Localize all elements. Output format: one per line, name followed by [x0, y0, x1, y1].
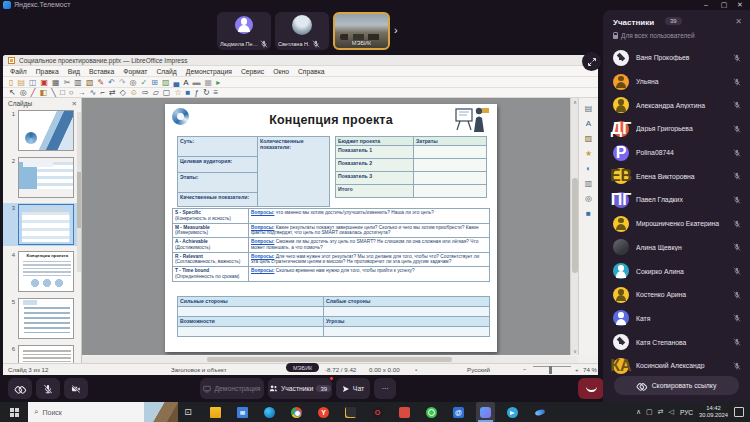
toolbar-icon[interactable]: ⌐ — [100, 88, 105, 97]
slides-panel-close-icon[interactable]: ✕ — [72, 100, 77, 108]
taskbar-app-icon[interactable]: @ — [449, 402, 468, 422]
zoom-in-button[interactable]: + — [575, 366, 579, 373]
vertical-scrollbar[interactable]: ∧∨ — [570, 98, 578, 355]
taskbar-app-icon[interactable] — [287, 402, 306, 422]
toolbar-icon[interactable]: ▱ — [153, 88, 159, 97]
toolbar-icon[interactable]: ƒ — [194, 88, 198, 97]
toolbar-icon[interactable]: ◎ — [20, 88, 27, 97]
menu-item[interactable]: Вставка — [89, 68, 114, 75]
toolbar-icon[interactable]: ▨ — [162, 78, 170, 87]
swot-table[interactable]: Сильные стороныСлабые стороны Возможност… — [177, 296, 490, 337]
impress-titlebar[interactable]: Социальное проектирование.pptx — LibreOf… — [3, 55, 598, 66]
slide-thumbnail[interactable]: 5 — [3, 297, 81, 340]
menu-item[interactable]: Слайд — [156, 68, 176, 75]
sidebar-icon[interactable]: ★ — [585, 149, 592, 158]
taskbar-app-icon[interactable] — [341, 402, 360, 422]
start-button[interactable] — [0, 402, 28, 422]
chat-button[interactable]: Чат — [336, 378, 370, 399]
toolbar-icon[interactable]: ⇨ — [142, 88, 149, 97]
taskbar-app-icon[interactable] — [476, 402, 495, 422]
toolbar-icon[interactable]: ☺ — [130, 88, 138, 97]
toolbar-icon[interactable]: ◧ — [40, 88, 48, 97]
toolbar-icon[interactable]: ▧ — [86, 78, 94, 87]
participant-row[interactable]: Ваня Прокофьев — [603, 46, 750, 70]
copy-link-button[interactable]: Скопировать ссылку — [614, 376, 739, 395]
menu-item[interactable]: Сервис — [241, 68, 264, 75]
mic-muted-icon[interactable] — [733, 78, 741, 86]
participant-row[interactable]: Сокирко Алина — [603, 259, 750, 283]
participant-row[interactable]: Костенко Арина — [603, 283, 750, 307]
toolbar-icon[interactable]: ◇ — [120, 88, 126, 97]
camera-button[interactable] — [64, 378, 88, 399]
more-button[interactable]: ⋯ — [374, 378, 396, 399]
taskbar-app-icon[interactable]: ✉ — [233, 402, 252, 422]
maximize-button[interactable]: ▢ — [716, 0, 732, 10]
close-button[interactable]: ✕ — [732, 0, 748, 10]
hangup-button[interactable] — [578, 378, 604, 399]
language-selector[interactable]: Русский — [467, 366, 490, 373]
toolbar-icon[interactable]: ▦ — [205, 78, 213, 87]
menu-item[interactable]: Справка — [298, 68, 325, 75]
participant-row[interactable]: Катя — [603, 307, 750, 331]
mic-muted-icon[interactable] — [733, 267, 741, 275]
mic-muted-icon[interactable] — [733, 338, 741, 346]
slide-thumbnail[interactable]: 3 — [3, 203, 81, 246]
toolbar-icon[interactable]: ○ — [69, 88, 74, 97]
toolbar-icon[interactable]: ↷ — [119, 78, 126, 87]
zoom-slider-thumb[interactable] — [549, 366, 552, 374]
mic-muted-icon[interactable] — [733, 243, 741, 251]
toolbar-icon[interactable]: ✓ — [141, 78, 148, 87]
toolbar-icon[interactable]: ∿ — [90, 88, 97, 97]
mic-muted-icon[interactable] — [733, 149, 741, 157]
tray-icon[interactable]: ▢ — [646, 408, 653, 416]
participant-row[interactable]: Александра Апухтина — [603, 93, 750, 117]
notification-center-icon[interactable] — [734, 407, 744, 417]
menu-item[interactable]: Вид — [68, 68, 80, 75]
toolbar-icon[interactable]: ↖ — [9, 88, 16, 97]
participant-row[interactable]: Мирошниченко Екатерина — [603, 212, 750, 236]
mic-muted-icon[interactable] — [733, 172, 741, 180]
taskbar-app-icon[interactable] — [206, 402, 225, 422]
taskbar-app-icon[interactable] — [395, 402, 414, 422]
toolbar-icon[interactable]: □ — [60, 88, 65, 97]
toolbar-icon[interactable]: A — [183, 78, 188, 87]
sidebar-icon[interactable]: ▨ — [585, 134, 593, 143]
slides-panel-scrollbar[interactable] — [77, 112, 81, 272]
taskbar-app-icon[interactable]: Y — [314, 402, 333, 422]
menu-item[interactable]: Демонстрация — [186, 68, 232, 75]
toolbar-icon[interactable]: ▦ — [52, 78, 60, 87]
sidebar-icon[interactable]: A — [586, 119, 591, 128]
toolbar-icon[interactable]: ▣ — [41, 78, 49, 87]
taskbar-app-icon[interactable] — [530, 402, 549, 422]
toolbar-icon[interactable]: ↶ — [108, 78, 115, 87]
participant-row[interactable]: Алина Щевкун — [603, 236, 750, 260]
copy-link-button-small[interactable] — [8, 378, 32, 399]
expand-shared-screen-button[interactable] — [582, 52, 601, 71]
taskbar-search[interactable]: ⌕ Поиск — [28, 402, 178, 422]
zoom-out-button[interactable]: − — [523, 366, 527, 373]
toolbar-icon[interactable]: ■ — [186, 88, 191, 97]
toolbar-icon[interactable]: ↻ — [203, 88, 210, 97]
slide-thumbnail[interactable]: 2 — [3, 156, 81, 199]
access-setting[interactable]: Для всех пользователей — [613, 32, 695, 39]
slide[interactable]: Концепция проекта Суть: Количественные п… — [165, 104, 497, 352]
menu-item[interactable]: Окно — [273, 68, 289, 75]
mic-muted-icon[interactable] — [733, 291, 741, 299]
taskbar-app-icon[interactable] — [422, 402, 441, 422]
toolbar-icon[interactable]: ✎ — [97, 78, 104, 87]
toolbar-icon[interactable]: ▤ — [17, 78, 25, 87]
mic-muted-icon[interactable] — [733, 314, 741, 322]
toolbar-icon[interactable]: ▬ — [193, 78, 201, 87]
search-highlight-image[interactable] — [144, 402, 178, 422]
tray-icon[interactable]: ⇄ — [658, 408, 664, 416]
toolbar-icon[interactable]: ▄ — [174, 78, 180, 87]
mic-muted-icon[interactable] — [733, 125, 741, 133]
mic-muted-icon[interactable] — [733, 101, 741, 109]
participant-row[interactable]: Катя Степанова — [603, 330, 750, 354]
task-view-button[interactable]: ⊡ — [178, 407, 198, 417]
mic-muted-icon[interactable] — [733, 54, 741, 62]
sidebar-icon[interactable]: ■ — [586, 209, 591, 218]
toolbar-icon[interactable]: ✂ — [64, 78, 71, 87]
participant-row[interactable]: КА Косинский Александр — [603, 354, 750, 378]
present-button[interactable]: Демонстрация — [200, 378, 264, 399]
